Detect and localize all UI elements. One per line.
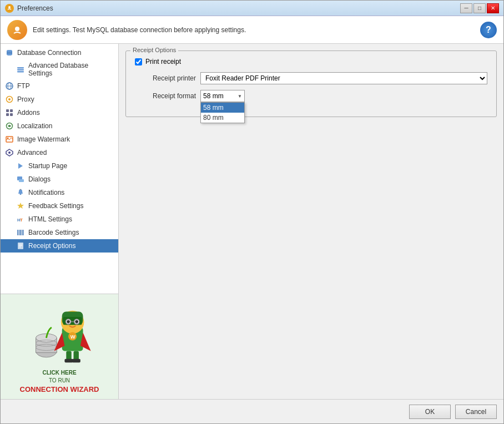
receipt-printer-label: Receipt printer bbox=[135, 74, 196, 82]
ok-button[interactable]: OK bbox=[409, 405, 451, 419]
window-icon bbox=[5, 4, 14, 13]
title-controls: ─ □ ✕ bbox=[460, 3, 499, 13]
footer: OK Cancel bbox=[1, 399, 503, 423]
sidebar-item-label: Receipt Options bbox=[28, 242, 75, 250]
promo-text: CLICK HERE TO RUN CONNECTION WIZARD bbox=[20, 369, 99, 395]
svg-rect-62 bbox=[64, 359, 73, 363]
dialogs-icon bbox=[16, 175, 25, 184]
content-area: Receipt Options Print receipt Receipt pr… bbox=[119, 44, 503, 399]
print-receipt-label: Print receipt bbox=[145, 58, 181, 65]
feedback-icon bbox=[16, 201, 25, 210]
proxy-icon bbox=[5, 95, 14, 104]
sidebar-item-label: Startup Page bbox=[28, 162, 67, 170]
preferences-window: Preferences ─ □ ✕ Edit settings. Test My… bbox=[0, 0, 504, 424]
svg-point-15 bbox=[8, 98, 11, 100]
localization-icon bbox=[5, 122, 14, 130]
svg-rect-26 bbox=[19, 179, 24, 182]
close-button[interactable]: ✕ bbox=[487, 3, 499, 13]
sidebar-item-dialogs[interactable]: Dialogs bbox=[1, 173, 118, 186]
svg-point-22 bbox=[7, 138, 9, 139]
header-logo bbox=[7, 20, 27, 40]
sidebar-item-localization[interactable]: Localization bbox=[1, 119, 118, 133]
help-icon[interactable]: ? bbox=[480, 22, 497, 38]
sidebar-item-label: Dialogs bbox=[28, 175, 51, 183]
svg-rect-32 bbox=[17, 230, 18, 235]
sidebar-item-label: Proxy bbox=[17, 95, 34, 103]
sidebar-item-database-connection[interactable]: Database Connection bbox=[1, 46, 118, 59]
svg-point-2 bbox=[15, 27, 19, 31]
sidebar-nav: Database Connection Advanced Database Se… bbox=[1, 44, 118, 294]
svg-text:W: W bbox=[70, 334, 75, 340]
sidebar-item-addons[interactable]: Addons bbox=[1, 106, 118, 119]
svg-point-54 bbox=[75, 320, 78, 324]
barcode-icon bbox=[16, 228, 25, 237]
sidebar-item-feedback-settings[interactable]: Feedback Settings bbox=[1, 199, 118, 213]
svg-rect-34 bbox=[20, 230, 21, 235]
svg-rect-35 bbox=[22, 230, 22, 235]
sidebar-item-html-settings[interactable]: H T HTML Settings bbox=[1, 213, 118, 226]
receipt-icon bbox=[16, 241, 25, 250]
sidebar-item-advanced-database-settings[interactable]: Advanced Database Settings bbox=[1, 59, 118, 79]
svg-point-23 bbox=[8, 152, 11, 154]
receipt-format-dropdown: 58 mm 80 mm bbox=[200, 102, 245, 123]
minimize-button[interactable]: ─ bbox=[460, 3, 472, 13]
header-text: Edit settings. Test MySQL database conne… bbox=[33, 26, 246, 34]
dropdown-option-58mm[interactable]: 58 mm bbox=[201, 103, 244, 113]
receipt-format-container: 58 mm ▼ 58 mm 80 mm bbox=[200, 90, 245, 102]
sidebar-item-label: Advanced Database Settings bbox=[28, 62, 114, 77]
window-title: Preferences bbox=[17, 4, 460, 12]
advanced-icon bbox=[5, 148, 14, 157]
svg-point-7 bbox=[7, 52, 12, 54]
print-receipt-checkbox[interactable] bbox=[135, 58, 142, 65]
svg-rect-19 bbox=[10, 113, 13, 116]
sidebar-item-label: Image Watermark bbox=[17, 135, 70, 143]
receipt-printer-select[interactable]: Foxit Reader PDF Printer bbox=[200, 72, 487, 84]
svg-rect-8 bbox=[17, 67, 24, 69]
sidebar-item-label: Feedback Settings bbox=[28, 202, 83, 210]
sidebar-item-proxy[interactable]: Proxy bbox=[1, 93, 118, 106]
sidebar-item-label: Barcode Settings bbox=[28, 229, 79, 236]
connection-wizard-promo[interactable]: W CLICK HERE TO RUN CONNECTION WIZARD bbox=[1, 294, 118, 399]
receipt-format-select[interactable]: 58 mm ▼ bbox=[200, 90, 245, 102]
watermark-icon bbox=[5, 135, 14, 144]
print-receipt-row: Print receipt bbox=[135, 58, 487, 65]
svg-marker-24 bbox=[18, 163, 23, 169]
sidebar-item-label: Advanced bbox=[17, 149, 47, 157]
sidebar-item-label: FTP bbox=[17, 82, 30, 90]
sidebar-item-notifications[interactable]: Notifications bbox=[1, 186, 118, 199]
sidebar-item-barcode-settings[interactable]: Barcode Settings bbox=[1, 226, 118, 239]
sidebar-item-startup-page[interactable]: Startup Page bbox=[1, 159, 118, 173]
receipt-format-label: Receipt format bbox=[135, 92, 196, 100]
receipt-printer-row: Receipt printer Foxit Reader PDF Printer bbox=[135, 72, 487, 84]
sidebar-item-advanced[interactable]: Advanced bbox=[1, 146, 118, 159]
svg-rect-33 bbox=[19, 230, 19, 235]
cancel-button[interactable]: Cancel bbox=[455, 405, 497, 419]
header-bar: Edit settings. Test MySQL database conne… bbox=[1, 16, 503, 44]
svg-point-1 bbox=[8, 6, 11, 8]
addons-icon bbox=[5, 108, 14, 117]
html-icon: H T bbox=[16, 215, 25, 224]
sidebar-item-receipt-options[interactable]: Receipt Options bbox=[1, 239, 118, 253]
sidebar-item-image-watermark[interactable]: Image Watermark bbox=[1, 133, 118, 146]
group-title: Receipt Options bbox=[130, 47, 178, 53]
main-layout: Database Connection Advanced Database Se… bbox=[1, 44, 503, 399]
svg-rect-27 bbox=[20, 194, 22, 195]
ftp-icon bbox=[5, 82, 14, 90]
receipt-options-group: Receipt Options Print receipt Receipt pr… bbox=[125, 51, 497, 117]
dropdown-option-80mm[interactable]: 80 mm bbox=[201, 113, 244, 123]
sidebar-item-label: Notifications bbox=[28, 189, 64, 196]
database-icon bbox=[5, 48, 14, 57]
svg-text:T: T bbox=[20, 218, 23, 223]
promo-character: W bbox=[15, 299, 104, 367]
sidebar-item-ftp[interactable]: FTP bbox=[1, 79, 118, 93]
svg-point-53 bbox=[67, 320, 70, 324]
svg-point-28 bbox=[20, 189, 21, 190]
svg-rect-63 bbox=[72, 359, 80, 363]
startup-icon bbox=[16, 161, 25, 170]
adv-db-icon bbox=[16, 65, 25, 74]
sidebar-item-label: Addons bbox=[17, 109, 40, 117]
sidebar-item-label: HTML Settings bbox=[28, 215, 72, 223]
dropdown-arrow: ▼ bbox=[238, 94, 242, 99]
maximize-button[interactable]: □ bbox=[473, 3, 486, 13]
svg-marker-29 bbox=[17, 203, 24, 209]
